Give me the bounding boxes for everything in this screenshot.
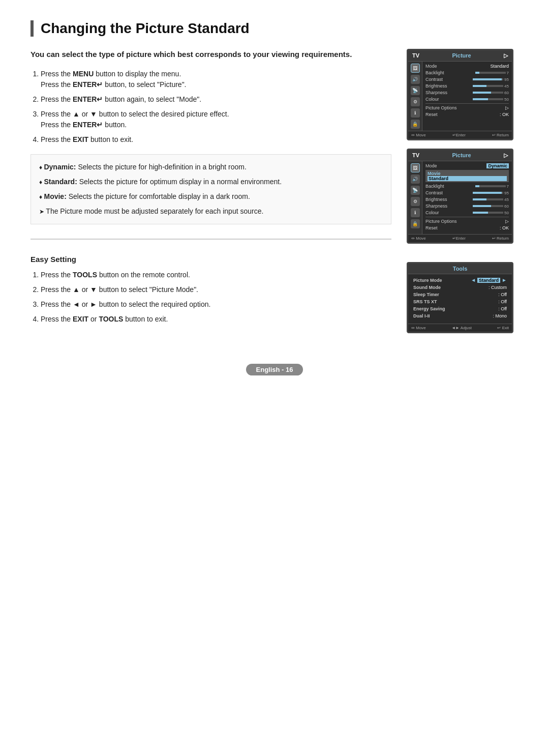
tv-colour-slider: 50	[473, 97, 509, 102]
tv-brightness-slider: 45	[473, 84, 509, 89]
easy-step-4: Press the EXIT or TOOLS button to exit.	[41, 314, 391, 325]
tv2-footer-enter: ↵Enter	[452, 236, 466, 241]
tv-row-contrast: Contrast 95	[425, 77, 509, 82]
tools-energy-saving-label: Energy Saving	[413, 306, 445, 311]
tools-footer: ⇔ Move ◄► Adjust ↩ Exit	[408, 324, 512, 332]
tools-right-arrow: ►	[502, 277, 507, 283]
tv2-mode-option-standard: Standard	[428, 176, 507, 181]
easy-step-2: Press the ▲ or ▼ button to select "Pictu…	[41, 284, 391, 295]
step-3: Press the ▲ or ▼ button to select the de…	[41, 109, 391, 130]
tv-screen-1-title: Picture	[452, 52, 471, 59]
left-column: You can select the type of picture which…	[30, 49, 391, 333]
tools-sound-mode-value: : Custom	[489, 285, 507, 290]
tools-row-energy-saving: Energy Saving : Off	[413, 306, 507, 311]
tv2-picture-options-label: Picture Options	[425, 219, 457, 224]
tv-row-mode: Mode Standard	[425, 64, 509, 69]
tools-picture-mode-value: ◄ Standard ►	[471, 277, 507, 283]
tv2-footer-return: ↩ Return	[492, 236, 509, 241]
note-text: The Picture mode must be adjusted separa…	[39, 206, 383, 217]
tv-row-reset: Reset : OK	[425, 112, 509, 117]
tools-sound-mode-label: Sound Mode	[413, 285, 441, 290]
tv-row-picture-options: Picture Options ▷	[425, 105, 509, 110]
tv2-reset-value: : OK	[500, 225, 509, 230]
tv-row-sharpness: Sharpness 60	[425, 90, 509, 95]
tv-picture-options-arrow: ▷	[505, 105, 509, 110]
easy-setting-steps: Press the TOOLS button on the remote con…	[30, 270, 391, 325]
tv-row-colour: Colour 50	[425, 97, 509, 102]
tools-body: Picture Mode ◄ Standard ► Sound Mode : C…	[408, 274, 512, 324]
tv-screen-1-body: 🖼 🔊 📡 ⚙ ℹ 🔒 Mode Standard Backlight	[408, 62, 512, 131]
tools-sleep-timer-label: Sleep Timer	[413, 292, 439, 297]
tv-picture-options-label: Picture Options	[425, 105, 457, 110]
content-area: You can select the type of picture which…	[30, 49, 518, 333]
tv2-mode-dropdown: Movie Standard	[425, 170, 509, 182]
tv-backlight-slider: 7	[475, 71, 509, 75]
tv-footer-enter: ↵Enter	[452, 133, 466, 137]
tv-screen-1-footer: ⇔ Move ↵Enter ↩ Return	[408, 131, 512, 139]
bullet-standard: Standard: Selects the picture for optimu…	[39, 177, 383, 187]
tv-screen-1-sidebar: 🖼 🔊 📡 ⚙ ℹ 🔒	[408, 62, 422, 131]
tv2-row-picture-options: Picture Options ▷	[425, 219, 509, 224]
tv2-brightness-slider: 45	[473, 197, 509, 202]
tv2-contrast-slider: 95	[473, 191, 509, 195]
tv2-icon-2: 🔊	[411, 175, 420, 184]
tv2-row-contrast: Contrast 95	[425, 190, 509, 195]
tv2-icon-3: 📡	[411, 186, 420, 195]
tools-row-picture-mode: Picture Mode ◄ Standard ►	[413, 277, 507, 283]
step-2-bold: ENTER↵	[73, 95, 103, 103]
tv-sharpness-label: Sharpness	[425, 90, 447, 95]
tools-energy-saving-value: : Off	[498, 306, 507, 311]
tv-footer-move: ⇔ Move	[411, 133, 426, 137]
tools-dual-label: Dual I-II	[413, 313, 430, 318]
tv-icon-4: ⚙	[411, 97, 420, 106]
tv2-mode-dynamic: Dynamic	[486, 163, 509, 168]
tv-screen-2-sidebar: 🖼 🔊 📡 ⚙ ℹ 🔒	[408, 161, 422, 234]
tv-brightness-label: Brightness	[425, 83, 447, 89]
bullet-dynamic-label: Dynamic:	[44, 163, 76, 171]
tv2-contrast-num: 95	[504, 191, 509, 195]
tools-row-dual: Dual I-II : Mono	[413, 313, 507, 318]
tv2-reset-label: Reset	[425, 225, 438, 230]
tv2-icon-6: 🔒	[411, 219, 420, 228]
tv-screen-1-tv-label: TV	[412, 52, 419, 59]
easy-step-4-bold1: EXIT	[73, 315, 88, 323]
bullet-movie-label: Movie:	[44, 192, 66, 200]
tv2-icon-4: ⚙	[411, 197, 420, 206]
section-divider	[30, 239, 391, 240]
step-4-bold: EXIT	[73, 135, 88, 143]
tv2-mode-option-movie: Movie	[428, 171, 507, 176]
easy-step-4-bold2: TOOLS	[99, 315, 123, 323]
tools-picture-mode-label: Picture Mode	[413, 278, 442, 283]
tv2-colour-label: Colour	[425, 210, 439, 215]
tv-sharpness-num: 60	[504, 91, 509, 95]
tv-mode-value: Standard	[490, 64, 509, 69]
easy-step-3: Press the ◄ or ► button to select the re…	[41, 299, 391, 310]
tools-sleep-timer-value: : Off	[498, 292, 507, 297]
tools-footer-exit: ↩ Exit	[497, 326, 509, 330]
tools-footer-move: ⇔ Move	[411, 326, 426, 330]
tv2-colour-slider: 50	[473, 211, 509, 215]
page-number-badge: English - 16	[246, 364, 303, 375]
tools-footer-adjust: ◄► Adjust	[451, 326, 472, 330]
tv2-row-brightness: Brightness 45	[425, 197, 509, 202]
page-footer: English - 16	[30, 364, 518, 375]
bullet-standard-label: Standard:	[44, 178, 77, 186]
tools-row-srs: SRS TS XT : Off	[413, 299, 507, 304]
tv-icon-3: 📡	[411, 86, 420, 95]
tools-left-arrow: ◄	[471, 277, 476, 283]
tv-screen-2-content: Mode Dynamic Movie Standard Backlight 7	[422, 161, 512, 234]
tv-row-brightness: Brightness 45	[425, 83, 509, 89]
tv-screen-2-body: 🖼 🔊 📡 ⚙ ℹ 🔒 Mode Dynamic Movie	[408, 161, 512, 234]
tv-screen-2-tv-label: TV	[412, 152, 419, 159]
tv2-colour-num: 50	[504, 211, 509, 215]
easy-step-1-bold: TOOLS	[73, 271, 97, 279]
tv-screen-2: TV Picture ▷ 🖼 🔊 📡 ⚙ ℹ 🔒 Mode Dyn	[407, 149, 513, 244]
tv2-sharpness-label: Sharpness	[425, 203, 447, 209]
tv2-contrast-label: Contrast	[425, 190, 443, 195]
tv-screen-1-content: Mode Standard Backlight 7 Contrast	[422, 62, 512, 131]
tv2-brightness-label: Brightness	[425, 197, 447, 202]
tv2-icon-5: ℹ	[411, 208, 420, 217]
tv-screen-1-arrow: ▷	[504, 52, 508, 59]
tv-reset-value: : OK	[500, 112, 509, 117]
tv-screen-2-arrow: ▷	[504, 152, 508, 159]
